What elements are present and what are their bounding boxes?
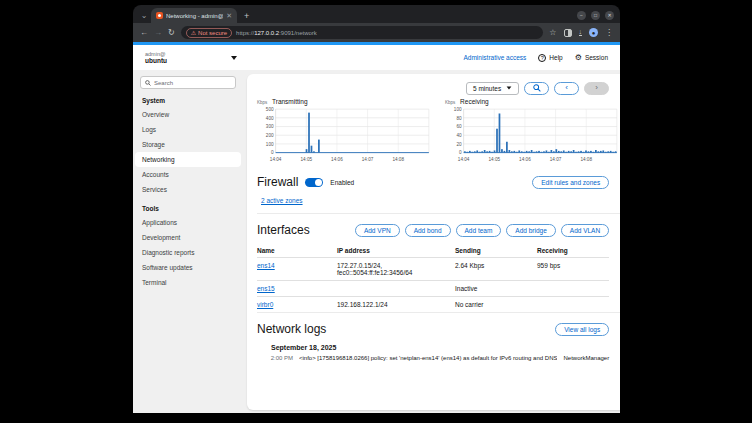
forward-icon[interactable]: → bbox=[154, 29, 162, 37]
active-zones-link[interactable]: 2 active zones bbox=[261, 197, 303, 204]
time-range-select[interactable]: 5 minutes bbox=[466, 82, 519, 95]
tab-search-chevron-icon[interactable]: ⌄ bbox=[137, 8, 151, 22]
column-header-name: Name bbox=[257, 244, 337, 258]
transmitting-chart: Kbps Transmitting 500400300200100014:041… bbox=[257, 98, 435, 165]
svg-text:500: 500 bbox=[266, 107, 274, 112]
new-tab-button[interactable]: + bbox=[244, 12, 249, 21]
profile-avatar[interactable]: ● bbox=[589, 28, 598, 37]
sidebar-item-development[interactable]: Development bbox=[133, 230, 243, 245]
time-range-value: 5 minutes bbox=[473, 85, 501, 92]
receiving-plot: 10080604020014:0414:0514:0614:0714:08 bbox=[445, 105, 620, 165]
svg-text:14:04: 14:04 bbox=[458, 157, 470, 162]
back-icon[interactable]: ← bbox=[140, 29, 148, 37]
sidebar: System Overview Logs Storage Networking … bbox=[133, 70, 243, 413]
svg-text:400: 400 bbox=[266, 116, 274, 121]
maximize-button[interactable]: □ bbox=[591, 11, 600, 20]
url-bar[interactable]: ⚠ Not secure https://127.0.0.2:9091/netw… bbox=[181, 26, 544, 39]
minimize-button[interactable]: − bbox=[577, 11, 586, 20]
sidebar-item-storage[interactable]: Storage bbox=[133, 137, 243, 152]
next-range-button[interactable]: › bbox=[584, 82, 609, 95]
previous-range-button[interactable]: ‹ bbox=[554, 82, 579, 95]
interfaces-title: Interfaces bbox=[257, 223, 310, 237]
chart-title: Receiving bbox=[460, 98, 489, 105]
browser-tab[interactable]: Networking - admin@u ✕ bbox=[151, 8, 237, 23]
sidebar-search[interactable] bbox=[140, 76, 236, 89]
url-path: :9091/network bbox=[279, 30, 317, 36]
tab-close-icon[interactable]: ✕ bbox=[226, 12, 232, 19]
log-entry[interactable]: 2:00 PM <info> [1758196818.0266] policy:… bbox=[265, 355, 609, 361]
side-panel-icon[interactable] bbox=[564, 29, 572, 37]
view-all-logs-button[interactable]: View all logs bbox=[555, 323, 609, 336]
interface-link-virbr0[interactable]: virbr0 bbox=[257, 301, 273, 308]
sidebar-item-applications[interactable]: Applications bbox=[133, 215, 243, 230]
svg-text:14:05: 14:05 bbox=[300, 157, 312, 162]
svg-text:300: 300 bbox=[266, 124, 274, 129]
graph-controls: 5 minutes ‹ › bbox=[257, 80, 620, 96]
interfaces-header: Interfaces Add VPN Add bond Add team Add… bbox=[257, 223, 620, 237]
interfaces-table: Name IP address Sending Receiving ens14 … bbox=[257, 244, 609, 312]
sidebar-item-diagnostic-reports[interactable]: Diagnostic reports bbox=[133, 245, 243, 260]
tab-title: Networking - admin@u bbox=[166, 13, 223, 19]
firewall-toggle[interactable] bbox=[305, 178, 323, 187]
svg-text:14:08: 14:08 bbox=[392, 157, 404, 162]
help-menu[interactable]: ? Help bbox=[538, 54, 562, 62]
session-menu[interactable]: ⚙ Session bbox=[575, 54, 608, 62]
add-vlan-button[interactable]: Add VLAN bbox=[561, 224, 609, 237]
chart-unit-label: Kbps bbox=[445, 100, 460, 105]
log-time: 2:00 PM bbox=[265, 355, 293, 361]
desktop-background: ⌄ Networking - admin@u ✕ + − □ ✕ ← → ↻ ⚠… bbox=[0, 0, 752, 423]
table-row: virbr0 192.168.122.1/24 No carrier bbox=[257, 297, 609, 313]
svg-text:14:07: 14:07 bbox=[362, 157, 374, 162]
interface-link-ens14[interactable]: ens14 bbox=[257, 262, 275, 269]
url-host: 127.0.0.2 bbox=[254, 30, 279, 36]
sending-value: 2.64 Kbps bbox=[455, 258, 537, 281]
sidebar-item-software-updates[interactable]: Software updates bbox=[133, 260, 243, 275]
edit-rules-button[interactable]: Edit rules and zones bbox=[532, 176, 609, 189]
sidebar-item-accounts[interactable]: Accounts bbox=[133, 167, 243, 182]
download-icon[interactable]: ↓ bbox=[579, 29, 583, 36]
interface-link-ens15[interactable]: ens15 bbox=[257, 285, 275, 292]
sending-value: No carrier bbox=[455, 297, 537, 313]
user-menu[interactable]: admin@ ubuntu bbox=[145, 51, 237, 64]
sidebar-item-logs[interactable]: Logs bbox=[133, 122, 243, 137]
svg-text:60: 60 bbox=[456, 124, 462, 129]
warning-icon: ⚠ bbox=[191, 30, 196, 36]
add-team-button[interactable]: Add team bbox=[456, 224, 502, 237]
reload-icon[interactable]: ↻ bbox=[168, 29, 175, 37]
chevron-right-icon: › bbox=[595, 84, 598, 92]
receiving-chart: Kbps Receiving 10080604020014:0414:0514:… bbox=[445, 98, 620, 165]
receiving-value bbox=[537, 297, 609, 313]
sidebar-item-services[interactable]: Services bbox=[133, 182, 243, 197]
close-button[interactable]: ✕ bbox=[605, 11, 614, 20]
sidebar-heading-tools: Tools bbox=[142, 205, 234, 212]
add-bridge-button[interactable]: Add bridge bbox=[506, 224, 555, 237]
zoom-out-button[interactable] bbox=[524, 82, 549, 95]
not-secure-chip[interactable]: ⚠ Not secure bbox=[186, 28, 232, 38]
network-logs-header: Network logs View all logs bbox=[257, 322, 620, 336]
chart-unit-label: Kbps bbox=[257, 100, 272, 105]
sidebar-item-networking[interactable]: Networking bbox=[135, 152, 241, 167]
browser-menu-icon[interactable]: ⋮ bbox=[605, 29, 613, 37]
chevron-down-icon bbox=[507, 86, 512, 89]
url-scheme: https:// bbox=[236, 30, 254, 36]
svg-text:100: 100 bbox=[266, 142, 274, 147]
not-secure-label: Not secure bbox=[198, 30, 227, 36]
sidebar-item-overview[interactable]: Overview bbox=[133, 107, 243, 122]
ip-address: 192.168.122.1/24 bbox=[337, 297, 455, 313]
masthead: admin@ ubuntu Administrative access ? He… bbox=[133, 45, 620, 70]
network-logs-title: Network logs bbox=[257, 322, 326, 336]
bookmark-star-icon[interactable]: ☆ bbox=[549, 29, 556, 37]
main-area: 5 minutes ‹ › Kbps Trans bbox=[243, 70, 620, 413]
chevron-down-icon bbox=[231, 56, 237, 60]
browser-toolbar: ← → ↻ ⚠ Not secure https://127.0.0.2:909… bbox=[133, 23, 620, 42]
transmitting-plot: 500400300200100014:0414:0514:0614:0714:0… bbox=[257, 105, 435, 165]
add-vpn-button[interactable]: Add VPN bbox=[355, 224, 400, 237]
administrative-access-link[interactable]: Administrative access bbox=[463, 54, 526, 61]
help-icon: ? bbox=[538, 54, 546, 62]
firewall-state: Enabled bbox=[330, 179, 354, 186]
sidebar-item-terminal[interactable]: Terminal bbox=[133, 275, 243, 290]
networking-card: 5 minutes ‹ › Kbps Trans bbox=[247, 74, 620, 410]
add-bond-button[interactable]: Add bond bbox=[405, 224, 451, 237]
search-input[interactable] bbox=[154, 80, 231, 86]
column-header-sending: Sending bbox=[455, 244, 537, 258]
